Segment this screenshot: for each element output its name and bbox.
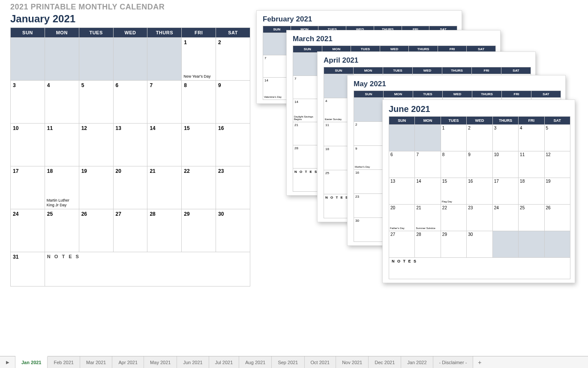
calendar-cell[interactable]: 20 — [113, 166, 147, 209]
calendar-cell[interactable]: 23 — [467, 205, 492, 231]
sheet-tab[interactable]: Jan 2022 — [401, 356, 433, 368]
calendar-cell[interactable]: 6 — [113, 81, 147, 124]
calendar-cell[interactable]: 11 — [45, 124, 79, 166]
sheet-tab[interactable]: Nov 2021 — [336, 356, 369, 368]
day-header: THURS — [147, 28, 182, 38]
calendar-cell[interactable]: 22 — [182, 166, 216, 209]
calendar-cell[interactable]: 21Summer Solstice — [415, 205, 441, 231]
calendar-cell[interactable]: 1New Year's Day — [182, 38, 216, 81]
calendar-cell[interactable]: 10 — [492, 151, 518, 178]
calendar-cell[interactable]: 3 — [492, 125, 518, 151]
sheet-tabs: ▶ Jan 2021Feb 2021Mar 2021Apr 2021May 20… — [0, 356, 588, 368]
calendar-cell: 23 — [354, 194, 384, 218]
calendar-cell[interactable]: 10 — [11, 124, 45, 166]
calendar-cell[interactable]: 30 — [467, 231, 492, 258]
sheet-tab[interactable]: Feb 2021 — [48, 356, 80, 368]
sheet-tab[interactable]: Dec 2021 — [369, 356, 401, 368]
month-title-may: May 2021 — [354, 80, 561, 88]
day-header: FRI — [519, 117, 544, 125]
sheet-tab[interactable]: - Disclaimer - — [433, 356, 474, 368]
calendar-cell[interactable]: 9 — [216, 81, 250, 124]
calendar-cell[interactable]: 27 — [389, 231, 415, 258]
calendar-cell[interactable]: 15Flag Day — [441, 178, 466, 205]
calendar-cell[interactable]: 18 — [519, 178, 544, 205]
calendar-cell[interactable]: 12 — [79, 124, 113, 166]
notes-cell[interactable]: N O T E S — [389, 258, 570, 279]
calendar-cell[interactable]: 12 — [544, 151, 570, 178]
calendar-cell[interactable]: 20Father's Day — [389, 205, 415, 231]
calendar-cell[interactable]: 6 — [389, 151, 415, 178]
sheet-tab[interactable]: Apr 2021 — [112, 356, 144, 368]
calendar-cell[interactable]: 13 — [113, 124, 147, 166]
calendar-cell[interactable]: 23 — [216, 166, 250, 209]
sheet-tab[interactable]: May 2021 — [144, 356, 177, 368]
calendar-cell[interactable] — [79, 38, 113, 81]
sheet-tab[interactable]: Mar 2021 — [80, 356, 112, 368]
calendar-cell[interactable]: 14 — [147, 124, 182, 166]
sheet-tab[interactable]: Jan 2021 — [15, 356, 48, 368]
calendar-cell[interactable]: 19 — [79, 166, 113, 209]
calendar-cell[interactable]: 21 — [147, 166, 182, 209]
calendar-cell[interactable]: 27 — [113, 209, 147, 252]
calendar-cell[interactable]: 18Martin Luther King Jr Day — [45, 166, 79, 209]
calendar-cell[interactable]: 30 — [216, 209, 250, 252]
calendar-cell[interactable]: 19 — [544, 178, 570, 205]
calendar-cell[interactable]: 22 — [441, 205, 466, 231]
sheet-tab[interactable]: Jul 2021 — [209, 356, 240, 368]
calendar-cell[interactable] — [45, 38, 79, 81]
calendar-cell[interactable]: 28 — [415, 231, 441, 258]
calendar-cell[interactable]: 3 — [11, 81, 45, 124]
calendar-cell[interactable]: 24 — [11, 209, 45, 252]
calendar-cell[interactable]: 13 — [389, 178, 415, 205]
calendar-cell[interactable]: 1 — [441, 125, 466, 151]
calendar-cell[interactable]: 26 — [544, 205, 570, 231]
notes-cell[interactable]: N O T E S — [45, 252, 250, 287]
day-header: TUES — [79, 28, 113, 38]
main-calendar: January 2021 SUNMONTUESWEDTHURSFRISAT 1N… — [10, 13, 250, 287]
calendar-cell[interactable]: 24 — [492, 205, 518, 231]
calendar-cell[interactable]: 26 — [79, 209, 113, 252]
calendar-cell[interactable]: 4 — [45, 81, 79, 124]
calendar-cell[interactable]: 2 — [216, 38, 250, 81]
calendar-cell — [354, 98, 384, 122]
calendar-cell[interactable]: 16 — [467, 178, 492, 205]
calendar-cell[interactable]: 17 — [492, 178, 518, 205]
calendar-cell[interactable] — [544, 231, 570, 258]
calendar-cell[interactable]: 9 — [467, 151, 492, 178]
calendar-cell[interactable]: 7 — [147, 81, 182, 124]
sheet-tab[interactable]: Sep 2021 — [272, 356, 304, 368]
calendar-cell[interactable] — [113, 38, 147, 81]
calendar-cell[interactable]: 8 — [441, 151, 466, 178]
calendar-cell[interactable] — [492, 231, 518, 258]
sheet-tab[interactable]: Jun 2021 — [177, 356, 209, 368]
calendar-cell[interactable]: 5 — [79, 81, 113, 124]
calendar-cell[interactable]: 8 — [182, 81, 216, 124]
sheet-tab[interactable]: Oct 2021 — [305, 356, 336, 368]
calendar-cell[interactable]: 25 — [519, 205, 544, 231]
calendar-cell[interactable]: 31 — [11, 252, 45, 287]
calendar-cell[interactable] — [519, 231, 544, 258]
calendar-cell[interactable]: 25 — [45, 209, 79, 252]
sheet-tab[interactable]: Aug 2021 — [239, 356, 272, 368]
calendar-cell[interactable] — [389, 125, 415, 151]
calendar-cell[interactable]: 11 — [519, 151, 544, 178]
tab-nav-icon[interactable]: ▶ — [0, 356, 15, 368]
calendar-cell[interactable]: 4 — [519, 125, 544, 151]
day-header: MON — [384, 91, 413, 98]
calendar-cell[interactable]: 17 — [11, 166, 45, 209]
calendar-cell[interactable] — [11, 38, 45, 81]
calendar-cell[interactable] — [147, 38, 182, 81]
calendar-cell[interactable]: 16 — [216, 124, 250, 166]
add-sheet-button[interactable]: + — [473, 356, 486, 368]
calendar-cell[interactable]: 2 — [467, 125, 492, 151]
calendar-cell[interactable]: 5 — [544, 125, 570, 151]
calendar-cell[interactable]: 7 — [415, 151, 441, 178]
calendar-cell[interactable]: 28 — [147, 209, 182, 252]
calendar-cell[interactable]: 14 — [415, 178, 441, 205]
calendar-cell[interactable] — [415, 125, 441, 151]
month-title-jan: January 2021 — [10, 13, 250, 25]
day-header: WED — [443, 91, 472, 98]
calendar-cell[interactable]: 29 — [182, 209, 216, 252]
calendar-cell[interactable]: 15 — [182, 124, 216, 166]
calendar-cell[interactable]: 29 — [441, 231, 466, 258]
